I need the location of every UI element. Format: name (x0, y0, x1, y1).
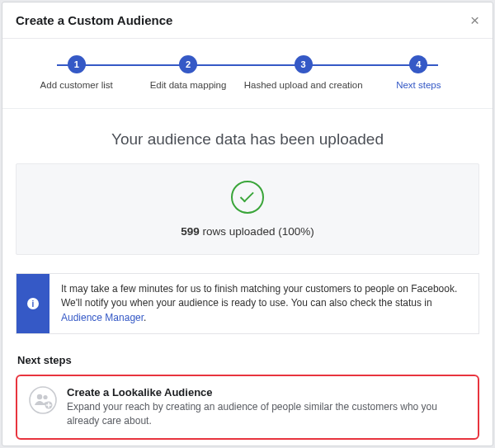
modal-header: Create a Custom Audience × (2, 2, 493, 39)
step-label: Hashed upload and creation (244, 80, 363, 90)
info-banner: i It may take a few minutes for us to fi… (16, 273, 479, 334)
lookalike-audience-card[interactable]: Create a Lookalike Audience Expand your … (16, 375, 479, 440)
custom-audience-modal: Create a Custom Audience × 1 Add custome… (2, 2, 493, 446)
step-2: 2 Edit data mapping (132, 55, 243, 90)
modal-title: Create a Custom Audience (16, 13, 172, 27)
svg-point-1 (37, 394, 42, 399)
svg-point-0 (30, 387, 56, 413)
step-circle: 4 (409, 55, 427, 73)
divider (2, 108, 493, 109)
audience-manager-link[interactable]: Audience Manager (61, 312, 144, 323)
upload-rows-text: rows uploaded (100%) (200, 225, 314, 238)
step-circle: 3 (295, 55, 313, 73)
checkmark-icon (231, 181, 264, 214)
upload-count: 599 (181, 225, 200, 238)
upload-heading: Your audience data has been uploaded (16, 130, 479, 149)
people-plus-icon (29, 386, 57, 414)
info-text: It may take a few minutes for us to fini… (50, 274, 478, 333)
card-title: Create a Lookalike Audience (67, 386, 466, 398)
info-icon-box: i (16, 274, 50, 333)
stepper: 1 Add customer list 2 Edit data mapping … (16, 39, 479, 98)
svg-point-2 (43, 395, 47, 399)
upload-status-box: 599 rows uploaded (100%) (16, 163, 479, 255)
step-1: 1 Add customer list (21, 55, 132, 90)
step-circle: 2 (179, 55, 197, 73)
info-icon: i (27, 298, 39, 309)
upload-stat: 599 rows uploaded (100%) (33, 225, 462, 238)
step-4: 4 Next steps (363, 55, 474, 90)
modal-body: 1 Add customer list 2 Edit data mapping … (2, 39, 493, 446)
step-label: Edit data mapping (150, 80, 227, 90)
step-label: Add customer list (40, 80, 113, 90)
step-label: Next steps (396, 80, 441, 90)
step-circle: 1 (68, 55, 86, 73)
info-body: It may take a few minutes for us to fini… (61, 283, 457, 309)
close-icon[interactable]: × (470, 12, 479, 28)
step-3: 3 Hashed upload and creation (244, 55, 363, 90)
card-desc: Expand your reach by creating an audienc… (67, 400, 466, 428)
next-steps-heading: Next steps (17, 354, 479, 366)
